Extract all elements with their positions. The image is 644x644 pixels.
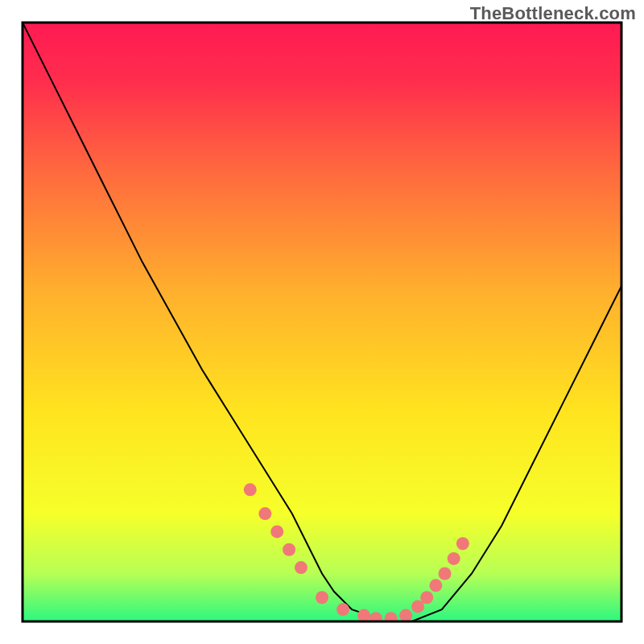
marker-point: [429, 579, 442, 592]
marker-point: [439, 567, 452, 580]
marker-point: [456, 537, 469, 550]
marker-point: [369, 612, 382, 625]
chart-container: TheBottleneck.com: [0, 0, 644, 644]
gradient-background: [23, 23, 621, 621]
marker-point: [295, 561, 308, 574]
marker-point: [420, 591, 433, 604]
marker-point: [316, 591, 328, 604]
marker-point: [258, 507, 271, 520]
marker-point: [399, 609, 412, 622]
bottleneck-chart: [0, 0, 644, 644]
marker-point: [244, 483, 257, 496]
marker-point: [336, 603, 349, 616]
marker-point: [385, 612, 398, 625]
marker-point: [448, 552, 460, 565]
watermark-text: TheBottleneck.com: [470, 3, 636, 24]
marker-point: [357, 609, 370, 622]
marker-point: [270, 525, 283, 538]
marker-point: [283, 543, 295, 556]
